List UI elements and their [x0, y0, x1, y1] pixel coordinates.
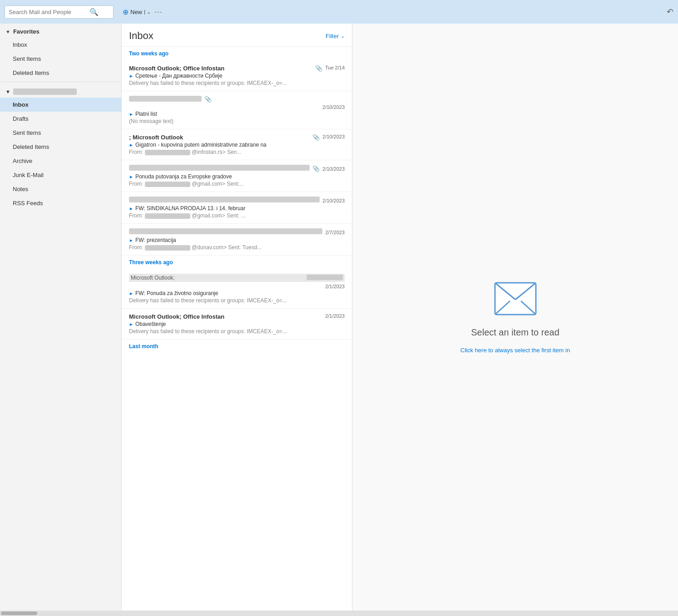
email-item-e8[interactable]: Microsoft Outlook; Office Infostan 2/1/2…: [122, 309, 352, 340]
email-subject-e5: FW: SINDIKALNA PRODAJA 13. i 14. februar: [135, 205, 345, 212]
main-layout: ▼ Favorites Inbox Sent Items Deleted Ite…: [0, 24, 678, 611]
sidebar-item-sent[interactable]: Sent Items: [0, 126, 121, 140]
time-separator-two-weeks: Two weeks ago: [122, 47, 352, 60]
email-subject-e2: Platni list: [135, 111, 345, 117]
search-icon[interactable]: 🔍: [89, 8, 99, 16]
always-select-link[interactable]: Click here to always select the first it…: [460, 347, 570, 354]
email-subject-e4: Ponuda putovanja za Evropske gradove: [135, 173, 345, 180]
favorites-chevron-icon: ▼: [5, 29, 10, 34]
reading-pane: Select an item to read Click here to alw…: [352, 24, 678, 611]
sidebar-item-deleted[interactable]: Deleted Items: [0, 140, 121, 154]
sidebar-item-inbox[interactable]: Inbox: [0, 98, 121, 112]
email-item-e3[interactable]: ; Microsoft Outlook 📎 2/10/2023 ► Gigatr…: [122, 129, 352, 160]
undo-button[interactable]: ↶: [667, 7, 673, 17]
expand-icon-e5[interactable]: ►: [129, 206, 134, 211]
expand-icon-e6[interactable]: ►: [129, 238, 134, 243]
email-date-e3: 2/10/2023: [322, 134, 345, 139]
favorites-section-header[interactable]: ▼ Favorites: [0, 24, 121, 38]
attachment-icon-e3: 📎: [312, 134, 320, 141]
toolbar-actions: ⊕ New | ⌄ ···: [123, 7, 163, 17]
expand-icon-e7[interactable]: ►: [129, 291, 134, 296]
attachment-icon-e1: 📎: [315, 65, 322, 72]
select-item-text: Select an item to read: [471, 327, 559, 338]
email-date-e8: 2/1/2023: [325, 313, 345, 319]
bottom-scrollbar[interactable]: [0, 611, 678, 616]
filter-button[interactable]: Filter ⌄: [326, 33, 345, 39]
email-list-header: Inbox Filter ⌄: [122, 24, 352, 47]
email-list-panel: Inbox Filter ⌄ Two weeks ago Microsoft O…: [122, 24, 352, 611]
email-date-e2: 2/10/2023: [322, 104, 345, 110]
new-button[interactable]: ⊕ New | ⌄: [123, 8, 151, 16]
email-subject-e7: FW: Ponuda za životno osiguranje: [135, 290, 345, 296]
email-item-e5[interactable]: 2/10/2023 ► FW: SINDIKALNA PRODAJA 13. i…: [122, 192, 352, 224]
sidebar-item-junk[interactable]: Junk E-Mail: [0, 168, 121, 182]
email-date-e5: 2/10/2023: [322, 198, 345, 203]
sidebar-item-fav-inbox[interactable]: Inbox: [0, 38, 121, 52]
time-separator-three-weeks: Three weeks ago: [122, 256, 352, 269]
email-list-scroll[interactable]: Two weeks ago Microsoft Outlook; Office …: [122, 47, 352, 611]
email-sender-blurred-e2: [129, 96, 202, 102]
plus-icon: ⊕: [123, 8, 129, 16]
search-input[interactable]: [9, 9, 86, 15]
email-sender-blurred-e4: [129, 165, 310, 171]
sidebar-item-archive[interactable]: Archive: [0, 154, 121, 168]
expand-icon-e1[interactable]: ►: [129, 74, 134, 79]
filter-chevron-icon: ⌄: [341, 33, 345, 39]
new-label: New: [130, 9, 142, 15]
email-item-e4[interactable]: 📎 2/10/2023 ► Ponuda putovanja za Evrops…: [122, 160, 352, 192]
more-button[interactable]: ···: [154, 7, 163, 17]
email-preview-e1: Delivery has failed to these recipients …: [129, 80, 345, 86]
email-sender-e8: Microsoft Outlook; Office Infostan: [129, 313, 322, 320]
sidebar-item-notes[interactable]: Notes: [0, 182, 121, 196]
expand-icon-e4[interactable]: ►: [129, 174, 134, 179]
email-sender-blurred-e6: [129, 228, 322, 234]
search-box[interactable]: 🔍: [5, 5, 114, 19]
inbox-title: Inbox: [129, 30, 326, 42]
email-sender-blurred-e5: [129, 197, 320, 202]
email-date-e6: 2/7/2023: [325, 230, 345, 235]
email-sender-e3: ; Microsoft Outlook: [129, 134, 310, 141]
envelope-icon: [493, 281, 538, 318]
reading-pane-empty-state: Select an item to read Click here to alw…: [460, 281, 570, 354]
email-item-e6[interactable]: 2/7/2023 ► FW: prezentacija From: @dunav…: [122, 224, 352, 256]
expand-icon-e2[interactable]: ►: [129, 112, 134, 117]
new-dropdown-icon[interactable]: | ⌄: [144, 9, 151, 15]
email-subject-e3: Gigatron - kupovina putem administrativn…: [135, 142, 345, 148]
email-preview-e3: From: @infostan.rs> Sen...: [129, 149, 345, 155]
scrollbar-thumb[interactable]: [1, 611, 37, 615]
email-preview-e2: (No message text): [129, 118, 345, 124]
sidebar-item-fav-sent[interactable]: Sent Items: [0, 52, 121, 66]
email-date-e1: Tue 2/14: [325, 65, 345, 70]
email-subject-e8: Obaveštenje: [135, 321, 345, 327]
email-preview-e6: From: @dunav.com> Sent: Tuesd...: [129, 244, 345, 251]
email-item-e1[interactable]: Microsoft Outlook; Office Infostan 📎 Tue…: [122, 60, 352, 91]
sidebar-item-rss[interactable]: RSS Feeds: [0, 196, 121, 210]
filter-label: Filter: [326, 33, 339, 39]
account-header[interactable]: ▼: [0, 84, 121, 98]
email-preview-e5: From: @gmail.com> Sent: ...: [129, 212, 345, 219]
time-separator-last-month: Last month: [122, 340, 352, 353]
email-date-e4: 2/10/2023: [322, 166, 345, 172]
sidebar-item-fav-deleted[interactable]: Deleted Items: [0, 66, 121, 80]
scrollbar-track[interactable]: [1, 611, 677, 615]
attachment-icon-e4: 📎: [312, 165, 320, 172]
sidebar-divider: [0, 82, 121, 82]
email-preview-e4: From: @gmail.com> Sent:...: [129, 181, 345, 187]
expand-icon-e8[interactable]: ►: [129, 322, 134, 327]
sender-blurred-extra-e7: [307, 275, 343, 280]
email-preview-e7: Delivery has failed to these recipients …: [129, 297, 345, 304]
favorites-label: Favorites: [13, 28, 40, 35]
account-chevron-icon: ▼: [5, 89, 10, 94]
attachment-icon-e2: 📎: [204, 96, 212, 103]
email-item-e2[interactable]: 📎 2/10/2023 ► Platni list (No message te…: [122, 91, 352, 129]
email-item-e7[interactable]: Microsoft Outlook; 2/1/2023 ► FW: Ponuda…: [122, 269, 352, 309]
email-preview-e8: Delivery has failed to these recipients …: [129, 328, 345, 335]
top-bar: 🔍 ⊕ New | ⌄ ··· ↶: [0, 0, 678, 24]
email-subject-e6: FW: prezentacija: [135, 237, 345, 243]
email-sender-e7: Microsoft Outlook;: [131, 275, 302, 281]
sidebar: ▼ Favorites Inbox Sent Items Deleted Ite…: [0, 24, 122, 611]
email-subject-e1: Среtење - Дан државности Србије: [135, 73, 345, 79]
expand-icon-e3[interactable]: ►: [129, 143, 134, 148]
sidebar-item-drafts[interactable]: Drafts: [0, 112, 121, 126]
email-date-e7: 2/1/2023: [325, 284, 345, 289]
